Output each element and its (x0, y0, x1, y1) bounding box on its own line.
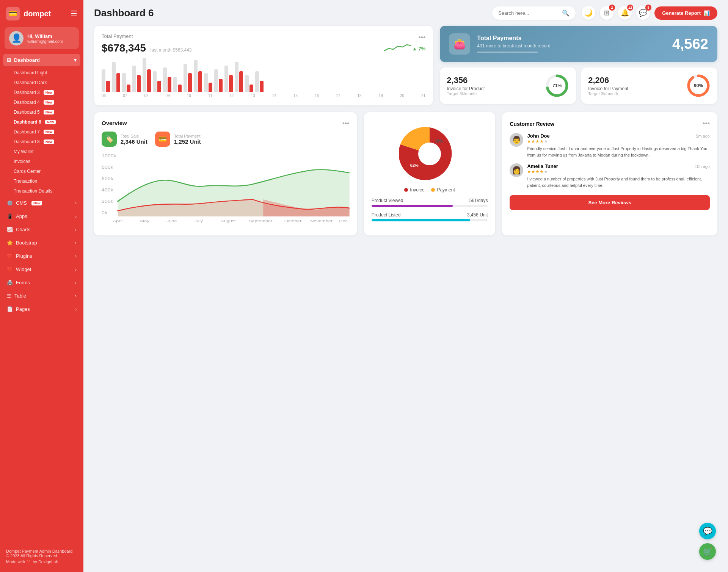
user-name: Hi, William (27, 33, 63, 39)
pie-label-38: 38% (435, 139, 443, 143)
sidebar-nav-forms[interactable]: 🖨️Forms› (3, 276, 80, 289)
sidebar-nav-cms[interactable]: ⚙️CMSNew› (3, 197, 80, 209)
bar-gray (112, 62, 116, 92)
hamburger-icon[interactable]: ☰ (71, 9, 77, 18)
total-payment-stat: 💳 Total Payment 1,252 Unit (155, 132, 201, 147)
svg-text:400k: 400k (102, 188, 114, 192)
logo-icon: 💳 (6, 7, 20, 20)
review-text-2: I viewed a number of properties with Jus… (527, 176, 710, 188)
generate-report-button[interactable]: Generate Report 📊 (654, 6, 717, 20)
sidebar-nav-plugins[interactable]: ❤️Plugins› (3, 250, 80, 262)
invoice-cards: 2,356 Invoice for Product Target 3k/mont… (440, 67, 717, 104)
bar-red (229, 75, 233, 92)
sidebar-nav-charts[interactable]: 📈Charts› (3, 223, 80, 236)
bar-label: 14 (272, 94, 276, 98)
bar-red (116, 73, 120, 92)
search-input[interactable] (498, 10, 559, 16)
sidebar-item-cards-center[interactable]: Cards Center (10, 166, 80, 176)
sidebar-footer: Dompet Payment Admin Dashboard © 2023 Al… (0, 543, 83, 566)
sidebar-nav-pages[interactable]: 📄Pages› (3, 303, 80, 315)
product-viewed-row: Product Viewed 561/days (372, 198, 488, 207)
pie-chart-card: 62% 38% Invoice Payment (364, 112, 496, 235)
review-time-2: 10h ago (695, 164, 710, 169)
bar-gray (153, 71, 157, 92)
svg-text:August: August (221, 219, 236, 223)
see-more-reviews-button[interactable]: See More Reviews (510, 195, 710, 210)
bar-gray (235, 62, 238, 92)
theme-toggle-button[interactable]: 🌙 (582, 6, 595, 20)
sidebar-item-dashboard-4[interactable]: Dashboard 4New (10, 97, 80, 107)
bar-red (157, 81, 161, 92)
invoice-product-card: 2,356 Invoice for Product Target 3k/mont… (440, 67, 576, 104)
bar-chart-icon: 📊 (704, 10, 710, 16)
bar-gray (255, 71, 259, 92)
wallet-icon: 👛 (449, 33, 470, 55)
sidebar-item-dashboard-6[interactable]: Dashboard 6New (10, 117, 80, 127)
sidebar-nav-bootstrap[interactable]: ⭐Bootstrap› (3, 237, 80, 249)
sidebar-logo: 💳 dompet ☰ (0, 0, 83, 27)
bar-group (112, 62, 120, 92)
cart-fab-button[interactable]: 🛒 (699, 543, 716, 560)
svg-text:July: July (194, 219, 203, 223)
blue-card-title: Total Payments (477, 35, 665, 42)
bell-button[interactable]: 🔔 12 (618, 6, 632, 20)
dashboard-submenu: Dashboard LightDashboard DarkDashboard 3… (3, 68, 80, 196)
row-1: Total Payment $678,345 last month $563,4… (94, 26, 717, 105)
bar-group (153, 71, 161, 92)
sidebar-item-dashboard-8[interactable]: Dashboard 8New (10, 137, 80, 147)
sidebar-item-dashboard-3[interactable]: Dashboard 3New (10, 88, 80, 97)
invoice-product-percent: 71% (552, 83, 562, 88)
chat-fab-button[interactable]: 💬 (699, 523, 716, 539)
overview-line-chart: 1000k 800k 600k 400k 200k 0k (102, 152, 350, 228)
sidebar-item-dashboard-7[interactable]: Dashboard 7New (10, 127, 80, 137)
total-payment-amount: $678,345 (102, 42, 146, 54)
product-listed-row: Product Listed 3,456 Unit (372, 212, 488, 221)
cart-fab-icon: 🛒 (703, 547, 712, 556)
review-title: Customer Review (510, 121, 554, 127)
sidebar-nav-apps[interactable]: 📱Apps› (3, 210, 80, 223)
sidebar-item-transaction-details[interactable]: Transaction Details (10, 186, 80, 196)
svg-text:November: November (310, 219, 333, 223)
sidebar-item-invoices[interactable]: Invoices (10, 157, 80, 166)
header: Dashboard 6 🔍 🌙 ⊞ 2 🔔 12 💬 5 Generate Re… (83, 0, 728, 26)
bar-group (122, 73, 130, 92)
review-more-icon[interactable]: ••• (703, 120, 710, 128)
sale-icon: 🏷️ (102, 132, 117, 147)
total-sale-label: Total Sale (121, 134, 147, 138)
dashboard-menu-parent[interactable]: ⊞ Dashboard ▾ (3, 54, 80, 66)
bar-label: 11 (208, 94, 212, 98)
payment-legend-dot (431, 188, 435, 192)
total-payments-blue-card: 👛 Total Payments 431 more to break last … (440, 26, 717, 62)
svg-text:May: May (140, 219, 150, 223)
sidebar-item-dashboard-5[interactable]: Dashboard 5New (10, 107, 80, 117)
review-time-1: 5m ago (696, 134, 710, 138)
sidebar-nav-table[interactable]: ☰Table› (3, 290, 80, 302)
svg-text:1000k: 1000k (102, 154, 117, 158)
pie-legend: Invoice Payment (404, 187, 455, 193)
sidebar-nav-widget[interactable]: ❤️Widget› (3, 263, 80, 276)
grid-badge: 2 (609, 5, 615, 11)
bar-label: 19 (379, 94, 383, 98)
page-title: Dashboard 6 (94, 7, 486, 19)
total-payment-label: Total Payment (174, 134, 201, 138)
sidebar-item-dashboard-light[interactable]: Dashboard Light (10, 68, 80, 78)
review-item: 👨 John Doe 5m ago ★★★★★ Friendly service… (510, 133, 710, 158)
sidebar-item-my-wallet[interactable]: My Wallet (10, 147, 80, 157)
total-payment-last-month: last month $563,443 (151, 47, 192, 53)
sidebar-user: 👤 Hi, William william@gmail.com (5, 27, 79, 49)
overview-more-icon[interactable]: ••• (342, 120, 350, 128)
chevron-down-icon: ▾ (74, 57, 77, 63)
invoice-payment-label: Invoice for Payment (588, 86, 682, 91)
sidebar-item-dashboard-dark[interactable]: Dashboard Dark (10, 78, 80, 88)
grid-button[interactable]: ⊞ 2 (600, 6, 613, 20)
sidebar-item-transaction[interactable]: Transaction (10, 176, 80, 186)
payment-legend: Payment (431, 187, 455, 193)
more-options-icon[interactable]: ••• (418, 34, 425, 42)
bar-red (239, 71, 243, 92)
chat-button[interactable]: 💬 5 (636, 6, 650, 20)
bar-gray (143, 58, 146, 92)
svg-text:0k: 0k (102, 211, 108, 215)
logo-text: dompet (24, 9, 51, 18)
nav-menu: ⚙️CMSNew›📱Apps›📈Charts›⭐Bootstrap›❤️Plug… (0, 197, 83, 316)
overview-card: Overview ••• 🏷️ Total Sale 2,346 Unit 💳 (94, 112, 357, 235)
